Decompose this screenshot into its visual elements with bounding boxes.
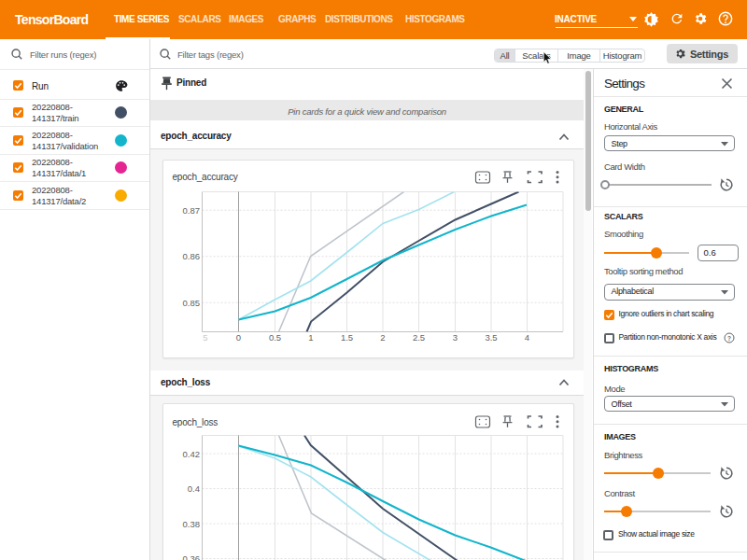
svg-text:0: 0 bbox=[235, 332, 240, 343]
svg-text:0.85: 0.85 bbox=[182, 297, 200, 307]
svg-text:0.5: 0.5 bbox=[268, 332, 280, 343]
svg-text:3.5: 3.5 bbox=[485, 332, 497, 343]
svg-text:0.42: 0.42 bbox=[182, 449, 200, 459]
svg-text:0.4: 0.4 bbox=[187, 483, 199, 494]
svg-text:0.38: 0.38 bbox=[182, 519, 200, 529]
svg-text:1: 1 bbox=[308, 332, 313, 343]
svg-text:0.36: 0.36 bbox=[182, 553, 200, 560]
svg-text:4: 4 bbox=[524, 332, 529, 343]
svg-text:1.5: 1.5 bbox=[340, 332, 352, 343]
svg-text:?: ? bbox=[727, 335, 731, 342]
svg-text:0.86: 0.86 bbox=[182, 251, 200, 261]
svg-text:2: 2 bbox=[380, 332, 385, 343]
svg-text:5: 5 bbox=[203, 332, 207, 343]
svg-text:3: 3 bbox=[452, 332, 457, 343]
svg-text:epoch_accuracy: epoch_accuracy bbox=[172, 172, 237, 182]
svg-text:2.5: 2.5 bbox=[412, 332, 424, 343]
svg-text:0.87: 0.87 bbox=[182, 204, 200, 215]
svg-text:epoch_loss: epoch_loss bbox=[172, 417, 218, 427]
